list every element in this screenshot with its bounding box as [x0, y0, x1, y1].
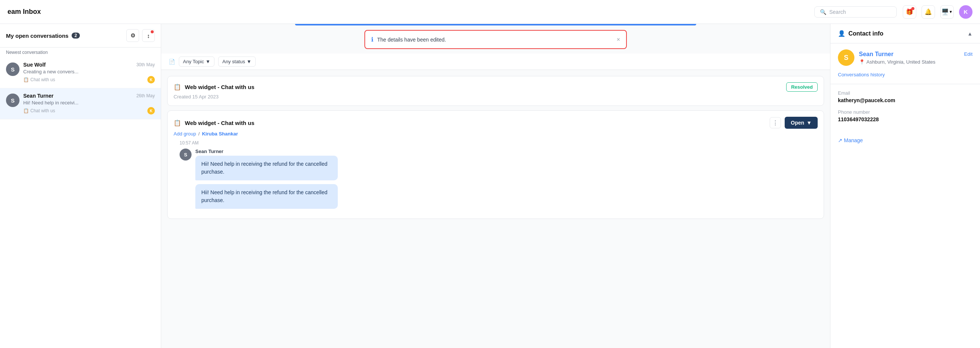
sean-turner-date: 26th May — [137, 93, 155, 98]
card-2-channel-icon: 📋 — [173, 119, 181, 127]
sue-wolf-channel: 📋 Chat with us — [23, 77, 55, 82]
contact-info-header: 👤 Contact info ▲ — [830, 24, 980, 43]
manage-row: ↗ Manage — [830, 134, 980, 149]
assigned-agent-link[interactable]: Kiruba Shankar — [202, 131, 238, 137]
add-group-link[interactable]: Add group — [173, 131, 196, 137]
sue-wolf-avatar: S — [6, 62, 19, 76]
screen-icon-btn[interactable]: 🖥️ ▼ — [940, 5, 954, 19]
card-2-title: Web widget - Chat with us — [185, 120, 766, 126]
message-row-sean-1: S Sean Turner Hii! Need help in receivin… — [180, 149, 812, 180]
gift-icon-btn[interactable]: 🎁 — [903, 5, 916, 19]
sidebar-title: My open conversations — [6, 33, 68, 39]
open-chevron-icon: ▼ — [807, 120, 812, 126]
card-1-title: Web widget - Chat with us — [185, 84, 783, 90]
sidebar-actions: ⚙ ↕ — [126, 29, 155, 42]
open-label: Open — [791, 120, 804, 126]
sidebar-title-wrap: My open conversations 2 — [6, 33, 80, 39]
alert-text: The details have been edited. — [377, 37, 613, 43]
more-options-button[interactable]: ⋮ — [770, 117, 781, 128]
conv-card-1-header: 📋 Web widget - Chat with us Resolved — [173, 82, 818, 92]
contact-location: 📍 Ashburn, Virginia, United States — [859, 59, 972, 65]
message-bubble-1: Hii! Need help in receiving the refund f… — [195, 156, 338, 180]
message-row-sean-2: Hii! Need help in receiving the refund f… — [180, 184, 812, 209]
phone-label: Phone number — [838, 109, 972, 115]
conversation-item-sean-turner[interactable]: S Sean Turner 26th May Hii! Need help in… — [0, 88, 161, 119]
contact-info-icon: 👤 — [838, 30, 845, 37]
conversations-history-link[interactable]: Conversations history — [838, 72, 885, 78]
message-avatar-sean: S — [180, 149, 192, 161]
user-avatar[interactable]: K — [959, 5, 972, 19]
location-icon: 📍 — [859, 59, 865, 65]
contact-info-title-row: 👤 Contact info — [838, 30, 883, 37]
alert-banner: ℹ The details have been edited. × — [364, 30, 627, 49]
sort-button[interactable]: ↕ — [142, 29, 155, 42]
sean-turner-channel: 📋 Chat with us — [23, 108, 55, 113]
sue-wolf-agent-avatar: K — [147, 76, 155, 84]
sean-turner-agent-avatar: K — [147, 107, 155, 114]
alert-info-icon: ℹ — [371, 36, 374, 43]
bell-icon-btn[interactable]: 🔔 — [921, 5, 935, 19]
conversation-count-badge: 2 — [72, 33, 80, 38]
sort-red-dot — [151, 30, 154, 33]
manage-link[interactable]: ↗ Manage — [838, 137, 972, 143]
alert-close-button[interactable]: × — [617, 36, 620, 43]
chat-icon: 📋 — [23, 77, 29, 82]
card-1-date: Created 15 Apr 2023 — [173, 94, 818, 100]
contact-info-chevron-icon[interactable]: ▲ — [967, 31, 972, 37]
conv-card-2-header: 📋 Web widget - Chat with us ⋮ Open ▼ — [173, 117, 818, 129]
sort-icon: ↕ — [147, 33, 150, 39]
sue-wolf-top-row: Sue Wolf 30th May — [23, 62, 155, 68]
chevron-down-icon: ▼ — [949, 10, 953, 14]
conversation-card-2: 📋 Web widget - Chat with us ⋮ Open ▼ Add… — [167, 111, 824, 219]
contact-profile-row: S Sean Turner Edit 📍 Ashburn, Virginia, … — [838, 49, 972, 66]
sort-label: Newest conversation — [0, 47, 161, 57]
sue-wolf-body: Sue Wolf 30th May Creating a new convers… — [23, 62, 155, 84]
center-top-indicator — [295, 24, 696, 25]
email-label: Email — [838, 90, 972, 96]
gift-badge — [912, 7, 915, 10]
search-bar[interactable]: 🔍 Search — [814, 6, 897, 17]
resolved-badge: Resolved — [786, 82, 818, 92]
sean-turner-footer: 📋 Chat with us K — [23, 107, 155, 114]
sidebar-header: My open conversations 2 ⚙ ↕ — [0, 24, 161, 47]
status-filter-label: Any status — [222, 59, 245, 64]
conversation-item-sue-wolf[interactable]: S Sue Wolf 30th May Creating a new conve… — [0, 57, 161, 88]
message-content-1: Sean Turner Hii! Need help in receiving … — [195, 149, 338, 180]
status-chevron-icon: ▼ — [247, 59, 251, 64]
open-conversation-button[interactable]: Open ▼ — [785, 117, 818, 129]
header-title: eam Inbox — [8, 8, 808, 16]
conv-card-2-sub: Add group / Kiruba Shankar — [173, 131, 818, 137]
edit-contact-link[interactable]: Edit — [964, 51, 972, 57]
sue-wolf-footer: 📋 Chat with us K — [23, 76, 155, 84]
sue-wolf-date: 30th May — [137, 62, 155, 67]
filter-icon: ⚙ — [130, 32, 135, 39]
search-icon: 🔍 — [820, 9, 826, 15]
filter-button[interactable]: ⚙ — [126, 29, 139, 42]
contact-profile: S Sean Turner Edit 📍 Ashburn, Virginia, … — [830, 43, 980, 84]
contact-name-col: Sean Turner Edit 📍 Ashburn, Virginia, Un… — [859, 51, 972, 65]
status-filter-button[interactable]: Any status ▼ — [218, 57, 256, 66]
phone-value: 11036497032228 — [838, 116, 972, 122]
header: eam Inbox 🔍 Search 🎁 🔔 🖥️ ▼ K — [0, 0, 980, 24]
card-1-channel-icon: 📋 — [173, 84, 181, 90]
right-panel: 👤 Contact info ▲ S Sean Turner Edit 📍 As… — [830, 24, 980, 348]
filter-bar-icon: 📄 — [169, 59, 175, 65]
center-panel: ℹ The details have been edited. × 📄 Any … — [161, 24, 830, 348]
sean-turner-preview: Hii! Need help in receivi... — [23, 100, 155, 106]
sue-wolf-preview: Creating a new convers... — [23, 69, 155, 74]
manage-external-icon: ↗ — [838, 137, 842, 143]
search-placeholder: Search — [829, 9, 846, 15]
contact-big-avatar: S — [838, 49, 854, 66]
conversation-card-1: 📋 Web widget - Chat with us Resolved Cre… — [167, 76, 824, 106]
sean-turner-body: Sean Turner 26th May Hii! Need help in r… — [23, 93, 155, 114]
sean-turner-name: Sean Turner — [23, 93, 54, 99]
main-layout: My open conversations 2 ⚙ ↕ Newest conve… — [0, 24, 980, 348]
chat-icon-2: 📋 — [23, 108, 29, 113]
message-time-1: 10:57 AM — [180, 140, 812, 146]
topic-filter-button[interactable]: Any Topic ▼ — [179, 57, 215, 66]
chat-area: 10:57 AM S Sean Turner Hii! Need help in… — [173, 140, 818, 209]
sean-turner-top-row: Sean Turner 26th May — [23, 93, 155, 99]
email-value: katheryn@paucek.com — [838, 97, 972, 103]
conversation-cards-list: 📋 Web widget - Chat with us Resolved Cre… — [161, 70, 830, 348]
message-sender-name: Sean Turner — [195, 149, 338, 154]
